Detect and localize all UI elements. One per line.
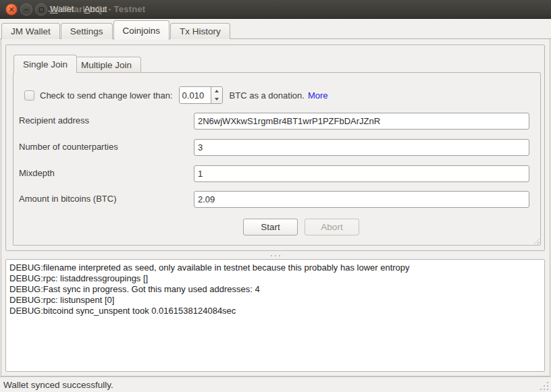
spin-buttons <box>211 87 222 103</box>
amount-label: Amount in bitcoins (BTC) <box>19 194 117 204</box>
donation-label: Check to send change lower than: <box>40 90 173 101</box>
log-line: DEBUG:filename interpreted as seed, only… <box>9 262 541 273</box>
mixdepth-input[interactable] <box>194 165 529 182</box>
status-message: Wallet synced successfully. <box>3 380 113 390</box>
start-button[interactable]: Start <box>243 219 298 235</box>
tab-settings[interactable]: Settings <box>61 23 113 39</box>
log-line: DEBUG:bitcoind sync_unspent took 0.01615… <box>9 306 541 316</box>
recipient-address-input[interactable] <box>194 113 529 130</box>
minimize-icon: − <box>24 6 28 13</box>
minimize-button[interactable]: − <box>20 3 32 16</box>
recipient-address-label: Recipient address <box>19 115 89 125</box>
counterparties-input[interactable] <box>194 139 529 156</box>
log-line: DEBUG:Fast sync in progress. Got this ma… <box>9 284 541 295</box>
donation-suffix: BTC as a donation. <box>230 90 305 101</box>
donation-amount-spinbox <box>179 86 223 104</box>
donation-checkbox[interactable] <box>24 90 34 101</box>
splitter-handle[interactable] <box>1 252 550 258</box>
menubar: Wallet About <box>50 4 107 14</box>
window-resize-grip[interactable] <box>540 381 549 390</box>
menu-wallet[interactable]: Wallet <box>50 4 74 14</box>
close-icon: ✕ <box>8 6 14 13</box>
maximize-icon <box>39 7 44 12</box>
maximize-button[interactable] <box>35 3 47 16</box>
spin-down-button[interactable] <box>211 95 222 103</box>
log-line: DEBUG:rpc: listunspent [0] <box>9 295 541 306</box>
main-tabbar: JM Wallet Settings Coinjoins Tx History <box>0 19 551 39</box>
tab-multiple-join[interactable]: Multiple Join <box>72 57 141 73</box>
coinjoin-frame: Single Join Multiple Join Check to send … <box>5 45 545 251</box>
donation-row: Check to send change lower than: BTC as … <box>24 86 328 104</box>
log-line: DEBUG:rpc: listaddressgroupings [] <box>9 273 541 284</box>
close-button[interactable]: ✕ <box>5 3 18 16</box>
donation-amount-input[interactable] <box>180 87 211 103</box>
tab-single-join[interactable]: Single Join <box>14 55 77 73</box>
counterparties-label: Number of counterparties <box>19 142 118 152</box>
more-link[interactable]: More <box>308 90 328 101</box>
amount-input[interactable] <box>194 191 529 208</box>
arrow-down-icon <box>215 98 219 101</box>
menu-about[interactable]: About <box>84 4 107 14</box>
app-window: ✕ − JoinMarketQt - Testnet Wallet About … <box>0 0 551 392</box>
tab-jm-wallet[interactable]: JM Wallet <box>1 23 60 39</box>
single-join-pane: Check to send change lower than: BTC as … <box>13 72 541 246</box>
abort-button[interactable]: Abort <box>305 219 359 235</box>
titlebar: ✕ − JoinMarketQt - Testnet Wallet About <box>0 0 551 19</box>
tab-coinjoins[interactable]: Coinjoins <box>113 20 170 40</box>
pane-resize-grip[interactable] <box>533 238 540 244</box>
tab-tx-history[interactable]: Tx History <box>170 23 230 39</box>
arrow-up-icon <box>215 90 219 92</box>
statusbar: Wallet synced successfully. <box>0 376 551 392</box>
mixdepth-label: Mixdepth <box>19 168 55 178</box>
debug-log[interactable]: DEBUG:filename interpreted as seed, only… <box>5 259 545 372</box>
spin-up-button[interactable] <box>211 87 222 95</box>
coinjoins-page: Single Join Multiple Join Check to send … <box>1 39 550 376</box>
